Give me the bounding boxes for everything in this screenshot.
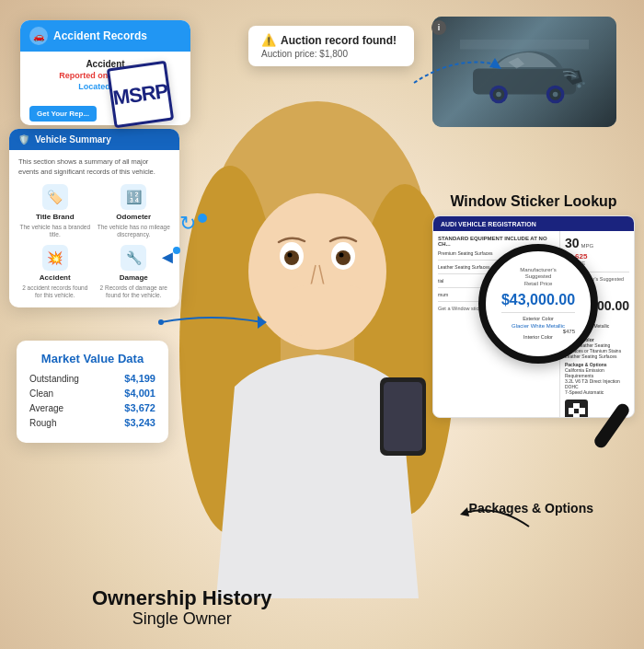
vehicle-summary-body: This section shows a summary of all majo…: [9, 150, 179, 307]
svg-point-9: [339, 253, 344, 258]
mv-value-clean: $4,001: [124, 388, 155, 399]
dot-blue-2: [173, 247, 180, 254]
mv-value-average: $3,672: [124, 402, 155, 413]
ownership-subtitle: Single Owner: [92, 609, 272, 629]
mv-label-average: Average: [29, 403, 63, 413]
ws-transmission: 7-Speed Automatic: [565, 389, 629, 395]
vehicle-summary-title: Vehicle Summary: [35, 134, 111, 145]
ws-qr-code: [565, 400, 588, 418]
vs-item-accident: 💥 Accident 2 accident records found for …: [18, 245, 92, 300]
info-icon-text: i: [438, 23, 441, 32]
auction-to-car-arrow: [409, 51, 501, 87]
market-value-card: Market Value Data Outstanding $4,199 Cle…: [17, 341, 168, 443]
magnifier: Manufacturer'sSuggestedRetail Price $43,…: [478, 244, 598, 364]
mv-row-average: Average $3,672: [29, 402, 155, 413]
svg-marker-28: [460, 507, 469, 516]
accident-vs-icon: 💥: [42, 245, 68, 271]
packages-arrow: [460, 494, 534, 531]
magnifier-content: Manufacturer'sSuggestedRetail Price $43,…: [496, 261, 581, 347]
info-icon[interactable]: i: [431, 20, 446, 35]
odometer-sub: The vehicle has no mileage discrepancy.: [98, 224, 171, 239]
auction-warning-icon: ⚠️: [261, 33, 276, 47]
auction-title-text: Auction record found!: [281, 34, 397, 47]
damage-sub: 2 Records of damage are found for the ve…: [98, 284, 171, 300]
svg-point-6: [284, 250, 299, 265]
svg-point-23: [582, 82, 585, 85]
ws-qr-inner: [569, 403, 585, 418]
title-brand-sub: The vehicle has a branded title.: [18, 224, 92, 239]
accident-card-title: Accident Records: [53, 29, 147, 42]
main-scene: 🚗 Accident Records Accident Reported on …: [0, 0, 644, 649]
title-brand-icon: 🏷️: [42, 184, 68, 210]
get-report-button[interactable]: Get Your Rep...: [29, 106, 97, 122]
auction-subtitle: Auction price: $1,800: [261, 49, 401, 59]
svg-rect-24: [460, 40, 589, 50]
mv-row-outstanding: Outstanding $4,199: [29, 373, 155, 384]
accident-icon: 🚗: [29, 27, 48, 45]
refresh-icon: ↻: [179, 212, 196, 236]
msrp-text: MSRP: [111, 78, 169, 110]
title-brand-label: Title Brand: [36, 213, 75, 221]
mv-value-rough: $3,243: [124, 417, 155, 428]
mag-price-value: $43,000.00: [501, 292, 575, 308]
svg-rect-14: [384, 382, 422, 451]
mv-row-clean: Clean $4,001: [29, 388, 155, 399]
ws-mpg-label: MPG: [581, 243, 594, 249]
msrp-to-price-arrow: [156, 308, 267, 336]
svg-marker-25: [489, 58, 501, 69]
vehicle-summary-card: 🛡️ Vehicle Summary This section shows a …: [9, 129, 179, 307]
vehicle-summary-description: This section shows a summary of all majo…: [18, 157, 170, 177]
ws-package-container: Package & Options California Emission Re…: [565, 362, 629, 395]
mag-interior-label: Interior Color: [501, 334, 575, 342]
market-value-title: Market Value Data: [29, 352, 155, 365]
vehicle-summary-icon: 🛡️: [18, 134, 29, 145]
mv-row-rough: Rough $3,243: [29, 417, 155, 428]
vehicle-summary-header: 🛡️ Vehicle Summary: [9, 129, 179, 150]
auction-title: ⚠️ Auction record found!: [261, 33, 401, 47]
accident-vs-label: Accident: [40, 273, 71, 282]
svg-point-22: [577, 84, 581, 87]
ws-mpg-value: 30: [565, 236, 580, 250]
vehicle-summary-grid: 🏷️ Title Brand The vehicle has a branded…: [18, 184, 170, 300]
window-sticker-header-bar: AUDI VEHICLE REGISTRATION: [433, 216, 634, 231]
msrp-sticker: MSRP: [107, 61, 174, 128]
mv-label-outstanding: Outstanding: [29, 374, 79, 384]
mv-label-rough: Rough: [29, 418, 56, 428]
auction-alert: ⚠️ Auction record found! Auction price: …: [248, 26, 414, 66]
mag-exterior-value: Glacier White Metallic: [501, 323, 575, 329]
ws-mpg-container: 30 MPG: [565, 236, 629, 250]
svg-point-21: [553, 92, 558, 98]
ownership-title: Ownership History: [92, 587, 272, 609]
mag-divider: [501, 312, 575, 313]
odometer-icon: 🔢: [121, 184, 146, 210]
dot-blue-1: [198, 214, 207, 223]
accident-vs-sub: 2 accident records found for this vehicl…: [18, 284, 92, 300]
ws-package-note: California Emission Requirements: [565, 367, 629, 378]
ownership-history: Ownership History Single Owner: [92, 587, 272, 629]
accident-card-header: 🚗 Accident Records: [20, 20, 190, 52]
vs-item-title-brand: 🏷️ Title Brand The vehicle has a branded…: [18, 184, 92, 239]
mv-value-outstanding: $4,199: [124, 373, 155, 384]
svg-marker-27: [258, 316, 267, 329]
svg-point-26: [158, 319, 164, 325]
ws-engine-label: 3.2L V6 T2i Direct Injection DOHC: [565, 378, 629, 389]
mag-exterior-label: Exterior Color: [501, 316, 575, 323]
damage-icon: 🔧: [121, 245, 146, 271]
window-sticker-header-text: AUDI VEHICLE REGISTRATION: [441, 221, 536, 227]
damage-label: Damage: [120, 273, 148, 282]
odometer-label: Odometer: [116, 213, 151, 221]
mag-manufacturer-label: Manufacturer'sSuggestedRetail Price: [501, 267, 575, 288]
svg-point-18: [496, 92, 501, 98]
svg-point-7: [336, 250, 351, 265]
svg-point-8: [288, 253, 293, 258]
mv-label-clean: Clean: [29, 388, 53, 399]
svg-rect-12: [285, 285, 368, 336]
vs-item-odometer: 🔢 Odometer The vehicle has no mileage di…: [98, 184, 171, 239]
window-sticker-title: Window Sticker Lookup: [432, 193, 635, 210]
